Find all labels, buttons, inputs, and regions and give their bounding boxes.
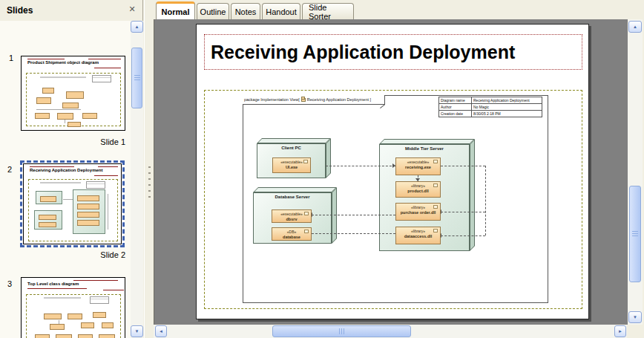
scroll-right-button[interactable]: ► <box>614 325 626 337</box>
slide-number: 2 <box>7 165 12 174</box>
scroll-left-button[interactable]: ◄ <box>155 325 167 337</box>
node-3d-top <box>257 138 331 143</box>
component-icon <box>304 212 309 215</box>
thumb-decoration <box>27 288 87 289</box>
node-title: Middle Tier Server <box>379 146 470 151</box>
splitter-grip-icon <box>148 166 151 199</box>
component-icon <box>433 205 438 209</box>
thumb-decoration <box>103 290 124 290</box>
component-receiving-exe[interactable]: «executable» receiving.exe <box>395 157 441 175</box>
component-database[interactable]: «DB» database <box>272 227 312 241</box>
mini-class <box>81 322 94 328</box>
thumb-decoration <box>30 166 74 167</box>
node-3d-side <box>326 138 331 178</box>
tab-normal[interactable]: Normal <box>156 1 195 19</box>
mini-component <box>77 220 99 226</box>
info-key: Creation date <box>439 111 472 117</box>
component-icon <box>433 183 438 187</box>
dependency-line <box>441 235 485 236</box>
component-name: product.dll <box>396 189 440 194</box>
mini-component <box>77 195 99 201</box>
thumb-decoration <box>94 68 121 68</box>
mini-connector <box>108 194 108 230</box>
mini-connector <box>65 120 65 123</box>
mini-class <box>102 322 114 328</box>
close-icon[interactable]: ✕ <box>127 4 137 14</box>
mini-connector <box>36 109 81 110</box>
tab-handout[interactable]: Handout <box>262 3 300 19</box>
dependency-line <box>441 212 485 212</box>
thumbnail-title: Product Shipment object diagram <box>27 60 99 65</box>
diagram-info-table: Diagram name Receiving Application Deplo… <box>438 97 542 117</box>
thumbnail-title: Receiving Application Deployment <box>30 168 102 172</box>
node-database-server[interactable]: Database Server «executable» dbsrv «DB» … <box>253 192 332 244</box>
mini-object <box>35 113 50 119</box>
node-client-pc[interactable]: Client PC «executable» UI.exe <box>257 143 326 178</box>
thumb-decoration <box>73 280 118 281</box>
thumb-mini-table <box>90 296 109 304</box>
dependency-line <box>441 166 485 166</box>
slide-thumbnail-1[interactable]: Product Shipment object diagram <box>21 56 125 131</box>
node-3d-top <box>253 187 337 192</box>
workspace: Receiving Application Deployment package… <box>154 19 628 325</box>
title-placeholder[interactable]: Receiving Application Deployment <box>204 34 582 70</box>
mini-class <box>68 313 82 319</box>
slide-thumbnail-2-selected[interactable]: Receiving Application Deployment <box>20 160 125 247</box>
thumbnail-title: Top Level class diagram <box>27 282 79 286</box>
node-3d-side <box>332 187 337 244</box>
thumb-decoration <box>94 175 118 176</box>
mini-object <box>36 97 51 104</box>
slides-scrollbar-thumb[interactable] <box>131 48 142 108</box>
component-icon <box>433 229 438 233</box>
diagram-package-header: package Implementation View[ Receiving A… <box>243 95 385 105</box>
tab-outline[interactable]: Outline <box>197 3 229 19</box>
component-name: purchase order.dll <box>396 210 440 215</box>
slide-title: Receiving Application Deployment <box>211 35 515 69</box>
scrollbar-corner <box>627 325 644 338</box>
mini-component <box>39 215 56 220</box>
slide-canvas[interactable]: Receiving Application Deployment package… <box>196 24 589 319</box>
scroll-down-button[interactable]: ▼ <box>131 325 143 337</box>
node-3d-top <box>379 139 475 144</box>
mini-object <box>66 91 84 99</box>
slide-number: 1 <box>9 53 13 62</box>
component-name: database <box>272 235 311 240</box>
mini-component <box>39 222 56 227</box>
scroll-up-button[interactable]: ▲ <box>131 21 143 33</box>
mini-object <box>82 113 97 119</box>
mini-component <box>77 212 99 218</box>
component-purchase-order-dll[interactable]: «library» purchase order.dll <box>395 203 441 221</box>
tab-slide-sorter[interactable]: Slide Sorter <box>302 3 354 19</box>
component-product-dll[interactable]: «library» product.dll <box>395 181 441 198</box>
component-dbsrv[interactable]: «executable» dbsrv <box>272 209 312 223</box>
thumb-decoration <box>44 297 81 299</box>
component-name: receiving.exe <box>396 165 440 170</box>
node-title: Database Server <box>253 195 332 199</box>
horizontal-scrollbar-thumb[interactable] <box>272 325 411 337</box>
slide-thumbnail-2: Receiving Application Deployment <box>23 163 122 244</box>
view-tab-bar: Normal Outline Notes Handout Slide Sorte… <box>154 0 628 19</box>
slide-thumbnail-3[interactable]: Top Level class diagram <box>21 277 125 338</box>
component-ui-exe[interactable]: «executable» UI.exe <box>272 157 311 173</box>
info-key: Diagram name <box>439 97 472 103</box>
dependency-line <box>312 215 395 215</box>
tab-notes[interactable]: Notes <box>231 3 260 19</box>
slide-label: Slide 1 <box>81 137 125 146</box>
panel-title: Slides <box>7 5 33 16</box>
component-icon <box>303 160 308 163</box>
scroll-up-button[interactable]: ▲ <box>628 21 642 33</box>
vertical-scrollbar-thumb[interactable] <box>629 186 641 282</box>
panel-splitter[interactable] <box>144 0 154 338</box>
scroll-down-button[interactable]: ▼ <box>628 311 642 323</box>
dependency-line <box>485 166 486 235</box>
mini-class <box>78 334 93 338</box>
component-dataaccess-dll[interactable]: «library» dataaccess.dll <box>395 227 441 244</box>
mini-object <box>68 122 81 127</box>
mini-connector <box>63 199 73 200</box>
package-header-name: Receiving Application Deployment ] <box>307 97 371 102</box>
table-row: Author No Magic <box>439 103 542 110</box>
mini-class <box>99 334 115 338</box>
thumb-decoration <box>40 182 81 183</box>
mini-object <box>57 113 73 120</box>
mini-class <box>44 313 62 319</box>
